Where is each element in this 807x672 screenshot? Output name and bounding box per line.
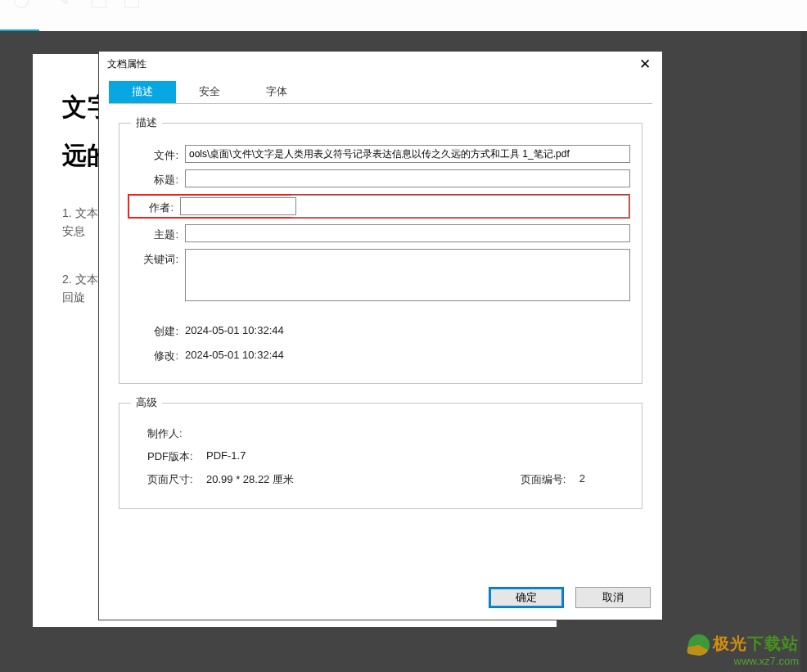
top-toolbar: ⃝ ✎ ⃞ ⃞: [0, 0, 807, 32]
modified-value: 2024-05-01 10:32:44: [185, 345, 284, 361]
subject-field[interactable]: [185, 224, 630, 242]
close-icon[interactable]: ✕: [634, 57, 656, 71]
tab-fonts[interactable]: 字体: [243, 81, 310, 103]
pdfver-label: PDF版本:: [147, 449, 206, 464]
producer-label: 制作人:: [147, 426, 206, 441]
pagenum-value: 2: [579, 472, 585, 487]
producer-value: [206, 426, 630, 441]
modified-label: 修改:: [147, 345, 185, 363]
file-field[interactable]: [185, 145, 630, 163]
dialog-title: 文档属性: [107, 57, 147, 71]
cancel-button[interactable]: 取消: [575, 587, 651, 608]
advanced-legend: 高级: [131, 395, 162, 410]
created-label: 创建:: [147, 321, 185, 339]
advanced-group: 高级 制作人: PDF版本: PDF-1.7 页面尺寸: 20.99 * 28.…: [119, 395, 642, 509]
created-value: 2024-05-01 10:32:44: [185, 321, 284, 336]
tab-description[interactable]: 描述: [109, 81, 176, 103]
dialog-tabs: 描述 安全 字体: [109, 81, 652, 104]
title-label: 标题:: [131, 169, 185, 187]
tab-security[interactable]: 安全: [176, 81, 243, 103]
description-group: 描述 文件: 标题: 作者: 主题: 关键词:: [119, 115, 642, 384]
tool-icon-2[interactable]: ✎: [57, 0, 70, 9]
pagenum-label: 页面编号:: [521, 472, 579, 487]
description-legend: 描述: [131, 115, 162, 130]
right-edge: [800, 31, 807, 672]
author-label: 作者:: [129, 197, 180, 215]
subject-label: 主题:: [131, 224, 185, 242]
pagesize-label: 页面尺寸:: [147, 472, 206, 487]
file-label: 文件:: [131, 145, 185, 163]
author-field[interactable]: [180, 197, 296, 215]
pdfver-value: PDF-1.7: [206, 449, 630, 464]
keywords-field[interactable]: [185, 249, 630, 301]
document-properties-dialog: 文档属性 ✕ 描述 安全 字体 描述 文件: 标题: 作者:: [98, 51, 663, 620]
pagesize-value: 20.99 * 28.22 厘米: [206, 472, 389, 487]
ok-button[interactable]: 确定: [489, 587, 564, 608]
title-field[interactable]: [185, 169, 630, 187]
keywords-label: 关键词:: [131, 249, 185, 267]
